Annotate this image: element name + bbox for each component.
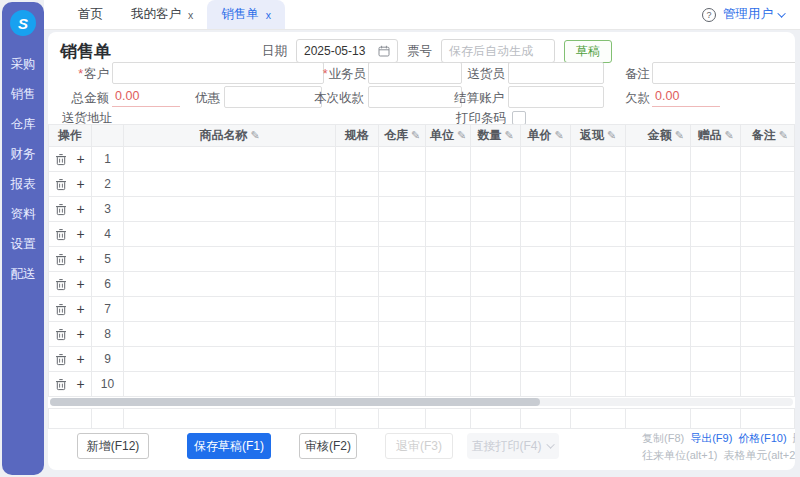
item-cell[interactable] <box>336 272 379 297</box>
item-cell[interactable] <box>626 347 691 372</box>
sidebar-item-5[interactable]: 报表 <box>11 178 36 191</box>
item-cell[interactable] <box>124 147 336 172</box>
footer-link[interactable]: 价格(F10) <box>738 432 786 444</box>
add-row-icon[interactable]: + <box>76 353 84 365</box>
item-cell[interactable] <box>626 222 691 247</box>
add-row-icon[interactable]: + <box>76 153 84 165</box>
item-cell[interactable] <box>691 297 741 322</box>
item-cell[interactable] <box>521 172 571 197</box>
item-cell[interactable] <box>741 347 795 372</box>
item-cell[interactable] <box>571 172 626 197</box>
item-cell[interactable] <box>471 347 521 372</box>
item-cell[interactable] <box>124 247 336 272</box>
sidebar-item-8[interactable]: 配送 <box>11 268 36 281</box>
item-cell[interactable] <box>626 172 691 197</box>
item-cell[interactable] <box>691 247 741 272</box>
item-cell[interactable] <box>626 372 691 397</box>
delete-row-icon[interactable] <box>55 153 67 166</box>
add-row-icon[interactable]: + <box>76 228 84 240</box>
item-cell[interactable] <box>741 222 795 247</box>
item-cell[interactable] <box>379 322 426 347</box>
item-cell[interactable] <box>471 222 521 247</box>
item-cell[interactable] <box>691 147 741 172</box>
customer-input[interactable] <box>112 62 324 84</box>
item-cell[interactable] <box>379 197 426 222</box>
help-icon[interactable]: ? <box>702 8 716 22</box>
discount-input[interactable] <box>224 86 322 108</box>
item-cell[interactable] <box>521 197 571 222</box>
add-row-icon[interactable]: + <box>76 253 84 265</box>
item-cell[interactable] <box>626 147 691 172</box>
footer-link[interactable]: 导出(F9) <box>690 432 732 444</box>
delete-row-icon[interactable] <box>55 328 67 341</box>
add-row-icon[interactable]: + <box>76 303 84 315</box>
item-cell[interactable] <box>521 372 571 397</box>
item-cell[interactable] <box>471 147 521 172</box>
item-cell[interactable] <box>426 222 471 247</box>
item-cell[interactable] <box>426 247 471 272</box>
footer-button-1[interactable]: 新增(F12) <box>77 433 149 459</box>
footer-button-2[interactable]: 保存草稿(F1) <box>187 433 271 459</box>
item-cell[interactable] <box>336 247 379 272</box>
item-cell[interactable] <box>571 222 626 247</box>
user-menu[interactable]: 管理用户 <box>723 6 773 23</box>
tab-close-icon[interactable]: x <box>188 9 193 21</box>
item-cell[interactable] <box>336 172 379 197</box>
sidebar-item-4[interactable]: 财务 <box>11 148 36 161</box>
item-cell[interactable] <box>741 172 795 197</box>
item-cell[interactable] <box>379 347 426 372</box>
item-cell[interactable] <box>741 247 795 272</box>
item-cell[interactable] <box>426 322 471 347</box>
item-cell[interactable] <box>379 222 426 247</box>
item-cell[interactable] <box>471 247 521 272</box>
item-cell[interactable] <box>521 272 571 297</box>
account-input[interactable] <box>508 86 604 108</box>
item-cell[interactable] <box>626 272 691 297</box>
item-cell[interactable] <box>336 147 379 172</box>
sidebar-item-6[interactable]: 资料 <box>11 208 36 221</box>
item-cell[interactable] <box>521 297 571 322</box>
item-cell[interactable] <box>571 197 626 222</box>
delete-row-icon[interactable] <box>55 203 67 216</box>
item-cell[interactable] <box>691 322 741 347</box>
item-cell[interactable] <box>426 297 471 322</box>
item-cell[interactable] <box>521 347 571 372</box>
add-row-icon[interactable]: + <box>76 178 84 190</box>
item-cell[interactable] <box>691 222 741 247</box>
item-cell[interactable] <box>336 197 379 222</box>
item-cell[interactable] <box>124 272 336 297</box>
add-row-icon[interactable]: + <box>76 378 84 390</box>
item-cell[interactable] <box>471 297 521 322</box>
item-cell[interactable] <box>521 247 571 272</box>
salesman-input[interactable] <box>368 62 462 84</box>
sidebar-item-3[interactable]: 仓库 <box>11 118 36 131</box>
print-barcode-checkbox[interactable] <box>512 111 526 125</box>
footer-button-3[interactable]: 审核(F2) <box>299 433 357 459</box>
item-cell[interactable] <box>571 297 626 322</box>
item-cell[interactable] <box>521 322 571 347</box>
item-cell[interactable] <box>741 197 795 222</box>
sidebar-item-7[interactable]: 设置 <box>11 238 36 251</box>
item-cell[interactable] <box>471 272 521 297</box>
item-cell[interactable] <box>379 247 426 272</box>
item-cell[interactable] <box>691 372 741 397</box>
item-cell[interactable] <box>571 272 626 297</box>
item-cell[interactable] <box>691 272 741 297</box>
delete-row-icon[interactable] <box>55 353 67 366</box>
item-cell[interactable] <box>741 147 795 172</box>
delete-row-icon[interactable] <box>55 228 67 241</box>
item-cell[interactable] <box>124 197 336 222</box>
delete-row-icon[interactable] <box>55 278 67 291</box>
item-cell[interactable] <box>626 247 691 272</box>
item-cell[interactable] <box>336 297 379 322</box>
ticket-input[interactable]: 保存后自动生成 <box>441 39 555 63</box>
item-cell[interactable] <box>124 172 336 197</box>
item-cell[interactable] <box>471 372 521 397</box>
deliveryman-input[interactable] <box>508 62 604 84</box>
delete-row-icon[interactable] <box>55 303 67 316</box>
item-cell[interactable] <box>426 147 471 172</box>
item-cell[interactable] <box>571 147 626 172</box>
item-cell[interactable] <box>691 347 741 372</box>
date-input[interactable]: 2025-05-13 <box>296 39 398 63</box>
item-cell[interactable] <box>626 297 691 322</box>
